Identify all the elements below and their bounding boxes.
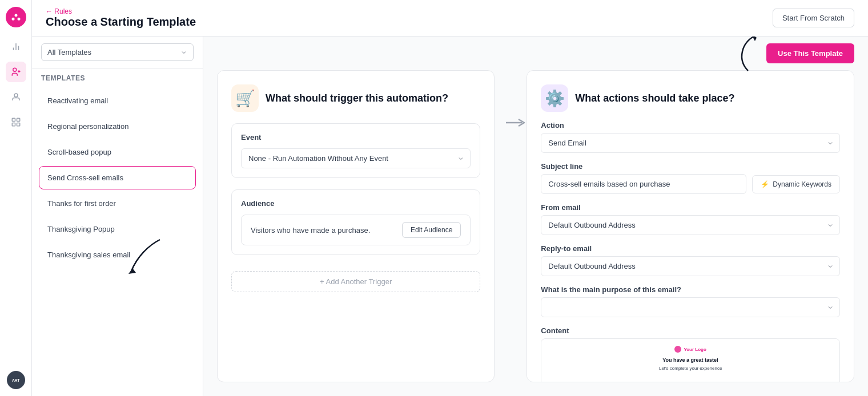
audience-text: Visitors who have made a purchase. [251,226,370,235]
action-select[interactable]: Send Email [541,133,840,153]
purpose-select[interactable] [541,297,840,317]
trigger-panel-header: 🛒 What should trigger this automation? [231,84,480,112]
preview-columns: 🛒 What should trigger this automation? E… [203,70,868,396]
svg-rect-13 [17,123,19,126]
svg-point-9 [14,94,18,97]
audience-label: Audience [241,199,471,208]
svg-point-2 [17,18,20,21]
reply-to-label: Reply-to email [541,244,840,253]
start-from-scratch-button[interactable]: Start From Scratch [773,9,854,27]
sidebar-item-automations[interactable] [6,62,26,82]
sidebar-item-analytics[interactable] [6,37,26,57]
sidebar: ART [0,0,32,396]
template-item-thanksgiving-email[interactable]: Thanksgiving sales email [39,243,196,266]
subject-row: ⚡ Dynamic Keywords [541,174,840,194]
sidebar-logo [6,7,26,27]
content-area: All Templates Templates Reactivating ema… [32,37,868,396]
sidebar-item-integrations[interactable] [6,112,26,132]
use-template-button[interactable]: Use This Template [766,43,854,63]
template-item-reactivating[interactable]: Reactivating email [39,89,196,112]
template-item-regional[interactable]: Regional personalization [39,115,196,138]
reply-to-select[interactable]: Default Outbound Address [541,256,840,276]
email-subheading: Let's complete your experience [659,365,722,371]
trigger-panel-title: What should trigger this automation? [266,92,448,104]
event-section: Event None - Run Automation Without Any … [231,123,480,178]
subject-label: Subject line [541,162,840,171]
template-panel: All Templates Templates Reactivating ema… [32,37,203,396]
breadcrumb[interactable]: ← Rules [46,7,196,15]
template-list: Reactivating email Regional personalizat… [32,84,203,396]
lightning-icon: ⚡ [761,180,769,188]
content-field: Content Your Logo You have a great taste… [541,326,840,382]
preview-area: Use This Template 🛒 What should trigger … [203,37,868,396]
audience-box: Visitors who have made a purchase. Edit … [241,215,471,245]
action-panel: ⚙️ What actions should take place? Actio… [527,70,854,382]
template-item-firstorder[interactable]: Thanks for first order [39,192,196,215]
event-select[interactable]: None - Run Automation Without Any Event [241,148,471,168]
svg-point-6 [13,68,16,71]
svg-rect-11 [17,118,19,121]
sidebar-item-users[interactable] [6,87,26,107]
header: ← Rules Choose a Starting Template Start… [32,0,868,37]
reply-to-field: Reply-to email Default Outbound Address [541,244,840,276]
action-panel-title: What actions should take place? [575,92,734,104]
audience-section: Audience Visitors who have made a purcha… [231,189,480,255]
header-left: ← Rules Choose a Starting Template [46,7,196,29]
from-email-label: From email [541,203,840,212]
add-another-trigger-button[interactable]: + Add Another Trigger [231,271,480,292]
arrow-between-panels [504,70,527,382]
email-heading: You have a great taste! [662,357,718,363]
use-template-bar: Use This Template [203,37,868,70]
action-field: Action Send Email [541,121,840,153]
svg-point-1 [11,18,14,21]
content-label: Content [541,326,840,335]
page-title: Choose a Starting Template [46,15,196,29]
edit-audience-button[interactable]: Edit Audience [402,222,461,238]
templates-section-label: Templates [32,68,203,84]
event-label: Event [241,133,471,142]
from-email-select[interactable]: Default Outbound Address [541,215,840,235]
trigger-icon: 🛒 [231,84,259,112]
purpose-label: What is the main purpose of this email? [541,285,840,294]
email-preview-inner: Your Logo You have a great taste! Let's … [541,339,839,382]
subject-input[interactable] [541,174,746,194]
template-filter-select[interactable]: All Templates [41,43,194,61]
template-item-thanksgiving-popup[interactable]: Thanksgiving Popup [39,217,196,241]
dynamic-keywords-button[interactable]: ⚡ Dynamic Keywords [752,175,840,193]
action-label: Action [541,121,840,130]
svg-rect-10 [12,118,15,121]
svg-marker-14 [751,37,757,41]
from-email-field: From email Default Outbound Address [541,203,840,235]
email-content-preview: Your Logo You have a great taste! Let's … [541,338,840,382]
avatar[interactable]: ART [7,371,25,389]
action-icon: ⚙️ [541,84,568,112]
template-item-scroll[interactable]: Scroll-based popup [39,140,196,164]
svg-rect-12 [12,123,15,126]
dynamic-keywords-label: Dynamic Keywords [773,180,831,188]
template-item-crosssell[interactable]: Send Cross-sell emails [39,166,196,189]
svg-point-0 [14,14,17,17]
action-panel-header: ⚙️ What actions should take place? [541,84,840,112]
purpose-field: What is the main purpose of this email? [541,285,840,317]
trigger-panel: 🛒 What should trigger this automation? E… [217,70,495,382]
template-filter: All Templates [32,37,203,68]
subject-line-field: Subject line ⚡ Dynamic Keywords [541,162,840,194]
main-content: ← Rules Choose a Starting Template Start… [32,0,868,396]
